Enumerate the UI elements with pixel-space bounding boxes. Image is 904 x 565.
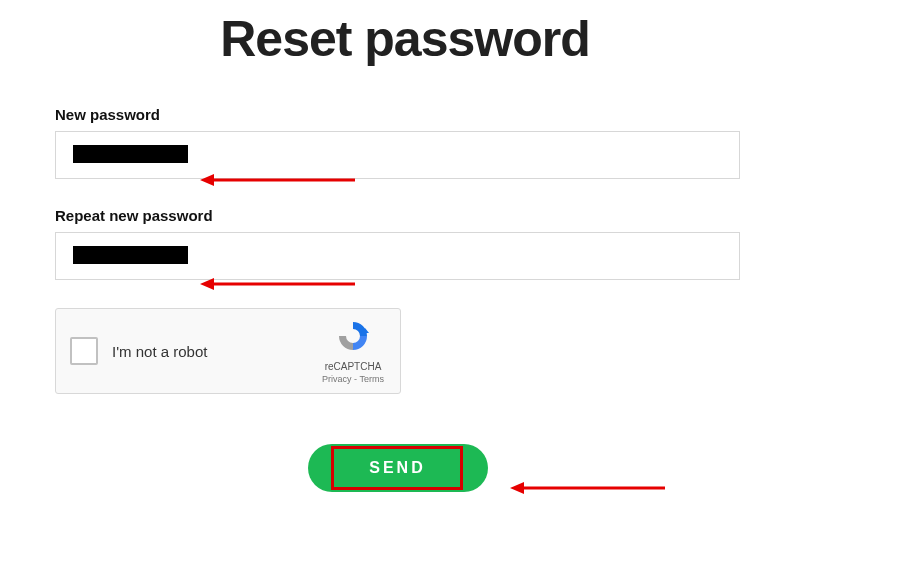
send-button[interactable]: SEND — [308, 444, 488, 492]
repeat-password-wrap — [55, 232, 755, 280]
recaptcha-checkbox[interactable] — [70, 337, 98, 365]
new-password-wrap — [55, 131, 755, 179]
recaptcha-label: I'm not a robot — [112, 343, 318, 360]
new-password-label: New password — [55, 106, 755, 123]
recaptcha-links[interactable]: Privacy - Terms — [322, 374, 384, 384]
recaptcha-brand-text: reCAPTCHA — [325, 361, 382, 372]
page-title: Reset password — [55, 10, 755, 68]
new-password-mask — [73, 145, 188, 163]
repeat-password-label: Repeat new password — [55, 207, 755, 224]
recaptcha-widget: I'm not a robot reCAPTCHA Privacy - Term… — [55, 308, 401, 394]
repeat-password-mask — [73, 246, 188, 264]
send-button-label: SEND — [369, 459, 425, 477]
recaptcha-brand-block: reCAPTCHA Privacy - Terms — [318, 319, 388, 384]
recaptcha-logo-icon — [336, 319, 370, 357]
